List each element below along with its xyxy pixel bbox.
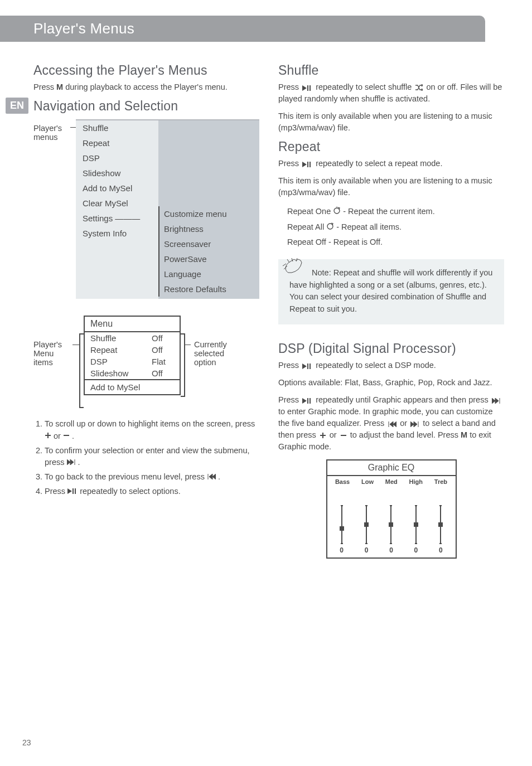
title-band: Player's Menus [0,16,485,42]
dsp-body-2: Options available: Flat, Bass, Graphic, … [278,377,504,389]
phone-menu-row: DSPFlat [85,356,180,367]
accessing-body: Press M during playback to access the Pl… [33,81,259,93]
nav-item: System Info [76,226,158,241]
next-icon [492,398,501,404]
phone-menu-title: Menu [85,317,180,332]
left-bracket [79,333,84,408]
eq-label: Treb [434,478,447,485]
plus-icon [320,432,326,439]
eq-value: 0 [389,546,393,554]
nav-item: Clear MySel [76,196,158,211]
leader-line [185,345,191,345]
phone-menu-box: Menu ShuffleOff RepeatOff DSPFlat Slides… [84,316,181,395]
nav-sub-item: Restore Defaults [164,282,259,297]
repeat-body: Press repeatedly to select a repeat mode… [278,158,504,169]
eq-value: 0 [365,546,369,554]
prev-icon [207,474,216,479]
nav-col-2: Customize menu Brightness Screensaver Po… [158,119,259,299]
eq-value: 0 [414,546,418,554]
left-column: Accessing the Player's Menus Press M dur… [33,57,259,559]
minus-icon [340,432,347,439]
shuffle-icon [415,84,423,91]
next-icon [67,459,76,465]
repeat-all-icon [326,222,334,230]
page-title: Player's Menus [33,20,134,37]
plus-icon [45,432,51,439]
steps-list: To scroll up or down to highlight items … [33,418,259,498]
play-pause-icon [67,488,78,494]
phone-right-label: Currently selected option [191,316,244,367]
phone-menu-diagram: Player's Menu items Menu ShuffleOff Repe… [33,316,259,408]
eq-label: Med [385,478,398,485]
shuffle-body-2: This item is only available when you are… [278,110,504,134]
repeat-mode-item: Repeat One 1 - Repeat the current item. [287,204,504,220]
heading-shuffle: Shuffle [278,63,504,78]
nav-item: Repeat [76,135,158,151]
eq-slider[interactable] [366,505,367,544]
eq-value: 0 [340,546,344,554]
dsp-body-3: Press repeatedly until Graphic appears a… [278,394,504,453]
nav-item: Slideshow [76,166,158,181]
phone-menu-footer: Add to MySel [85,379,180,394]
play-pause-icon [302,398,312,404]
heading-repeat: Repeat [278,139,504,154]
nav-sub-item: Screensaver [164,236,259,251]
lang-tab: EN [6,98,28,114]
leader-line [70,127,76,299]
note-hand-icon [282,256,306,278]
eq-label: Bass [335,478,350,485]
eq-value: 0 [439,546,443,554]
nav-sub-item: Customize menu [164,206,259,221]
phone-menu-row: RepeatOff [85,344,180,356]
graphic-eq-title: Graphic EQ [327,460,456,476]
eq-sliders [327,486,456,546]
page-number: 23 [22,738,31,747]
next-icon [410,421,419,427]
right-bracket [181,333,185,397]
svg-text:1: 1 [336,206,338,209]
minus-icon [63,432,70,439]
right-column: Shuffle Press repeatedly to select shuff… [278,57,504,559]
play-pause-icon [302,162,312,167]
svg-point-2 [327,224,333,229]
eq-slider[interactable] [390,505,391,544]
leader-line [72,345,79,345]
repeat-one-icon: 1 [333,206,341,214]
eq-slider[interactable] [415,505,417,544]
graphic-eq-box: Graphic EQ Bass Low Med High Treb 0 [326,459,457,559]
nav-item: Settings ——— [76,211,158,226]
phone-menu-row: SlideshowOff [85,367,180,379]
eq-slider[interactable] [440,505,441,544]
eq-slider[interactable] [341,505,342,544]
heading-navigation-selection: Navigation and Selection [33,99,259,114]
nav-sub-item: PowerSave [164,251,259,266]
nav-menu-diagram: Player's menus Shuffle Repeat DSP Slides… [33,119,259,299]
eq-label: Low [361,478,374,485]
dsp-body: Press repeatedly to select a DSP mode. [278,360,504,371]
play-pause-icon [302,85,312,91]
note-block: Note: Repeat and shuffle will work diffe… [278,259,504,324]
play-pause-icon [302,363,312,369]
repeat-mode-item: Repeat All - Repeat all items. [287,220,504,235]
eq-labels: Bass Low Med High Treb [327,476,456,486]
step-item: Press repeatedly to select options. [45,486,259,498]
nav-item: DSP [76,151,158,166]
nav-sub-item: Language [164,266,259,282]
step-item: To confirm your selection or enter and v… [45,445,259,469]
step-item: To go back to the previous menu level, p… [45,471,259,483]
nav-left-label: Player's menus [33,119,70,299]
repeat-mode-item: Repeat Off - Repeat is Off. [287,235,504,250]
heading-accessing: Accessing the Player's Menus [33,63,259,78]
phone-left-label: Player's Menu items [33,316,72,367]
phone-menu-row: ShuffleOff [85,332,180,344]
repeat-modes-list: Repeat One 1 - Repeat the current item. … [278,204,504,250]
heading-dsp: DSP (Digital Signal Processor) [278,341,504,356]
nav-item: Shuffle [76,120,158,135]
shuffle-body: Press repeatedly to select shuffle on or… [278,81,504,105]
nav-col-1: Shuffle Repeat DSP Slideshow Add to MySe… [76,119,158,299]
prev-icon [388,421,396,427]
step-item: To scroll up or down to highlight items … [45,418,259,443]
nav-sub-item: Brightness [164,221,259,236]
repeat-body-2: This item is only available when you are… [278,175,504,198]
eq-label: High [409,478,423,485]
